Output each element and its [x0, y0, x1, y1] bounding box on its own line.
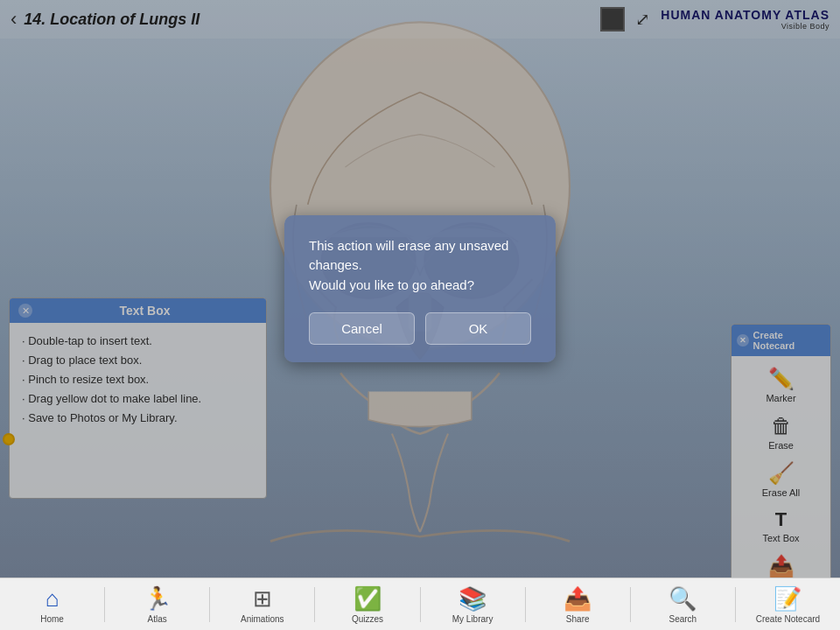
- nav-share-label: Share: [566, 614, 590, 624]
- modal-message-line2: Would you like to go ahead?: [309, 277, 474, 292]
- modal-overlay: This action will erase any unsaved chang…: [0, 0, 840, 578]
- my-library-icon: 📚: [458, 585, 486, 612]
- atlas-icon: 🏃: [144, 585, 172, 612]
- nav-search-label: Search: [668, 614, 696, 624]
- nav-animations-label: Animations: [241, 614, 284, 624]
- modal-message-line1: This action will erase any unsaved chang…: [309, 238, 508, 273]
- modal-buttons: Cancel OK: [309, 312, 531, 345]
- nav-home-label: Home: [40, 614, 64, 624]
- nav-home[interactable]: ⌂ Home: [0, 582, 104, 627]
- search-icon: 🔍: [668, 585, 696, 612]
- nav-share-icon: 📤: [564, 585, 592, 612]
- animations-icon: ⊞: [253, 585, 272, 612]
- nav-quizzes-label: Quizzes: [352, 614, 383, 624]
- nav-share[interactable]: 📤 Share: [526, 582, 630, 627]
- home-icon: ⌂: [46, 585, 60, 612]
- nav-create-notecard[interactable]: 📝 Create Notecard: [736, 582, 840, 627]
- nav-my-library[interactable]: 📚 My Library: [421, 582, 525, 627]
- main-canvas: ‹ 14. Location of Lungs II ⤢ Human Anato…: [0, 0, 840, 578]
- nav-quizzes[interactable]: ✅ Quizzes: [315, 582, 419, 627]
- nav-my-library-label: My Library: [452, 614, 494, 624]
- nav-create-notecard-label: Create Notecard: [756, 614, 820, 624]
- nav-search[interactable]: 🔍 Search: [631, 582, 735, 627]
- modal-message: This action will erase any unsaved chang…: [309, 236, 531, 296]
- bottom-nav: ⌂ Home 🏃 Atlas ⊞ Animations ✅ Quizzes 📚 …: [0, 578, 840, 630]
- nav-atlas-label: Atlas: [148, 614, 167, 624]
- modal-dialog: This action will erase any unsaved chang…: [284, 215, 556, 363]
- modal-ok-button[interactable]: OK: [425, 312, 531, 345]
- nav-atlas[interactable]: 🏃 Atlas: [105, 582, 209, 627]
- nav-animations[interactable]: ⊞ Animations: [210, 582, 314, 627]
- quizzes-icon: ✅: [354, 585, 382, 612]
- modal-cancel-button[interactable]: Cancel: [309, 312, 415, 345]
- create-notecard-icon: 📝: [774, 585, 802, 612]
